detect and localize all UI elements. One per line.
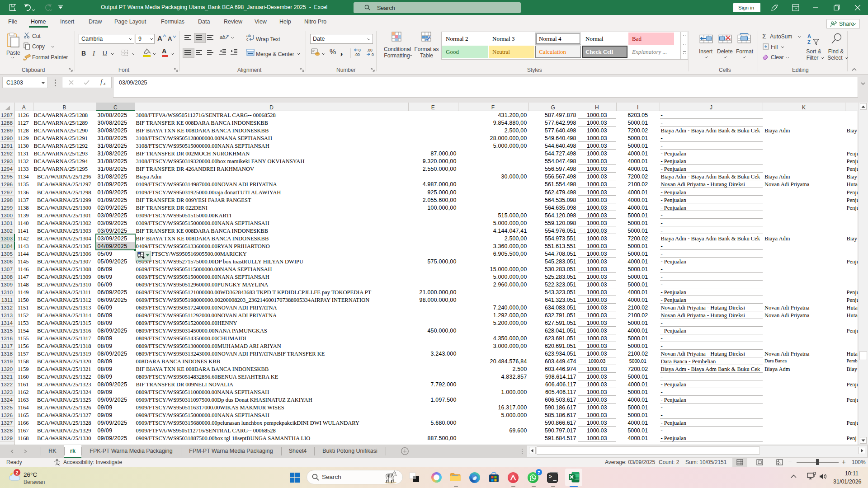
- svg-text:0: 0: [372, 52, 374, 57]
- svg-text:.00: .00: [354, 52, 360, 57]
- svg-text:ab: ab: [220, 34, 225, 40]
- svg-text:A: A: [807, 33, 811, 39]
- svg-text:.00: .00: [367, 48, 373, 52]
- svg-text:c: c: [246, 37, 249, 42]
- svg-text:Z: Z: [807, 39, 811, 45]
- svg-text:0: 0: [359, 48, 361, 52]
